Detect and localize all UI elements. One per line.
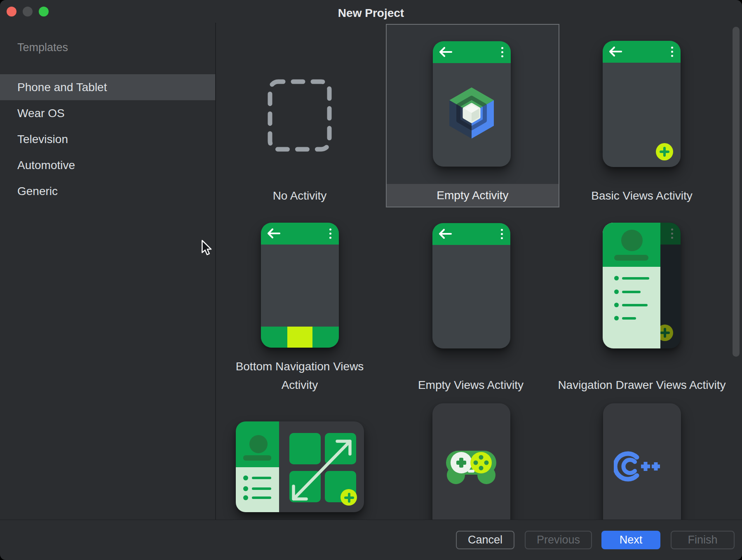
template-gallery: No Activity — [216, 23, 742, 520]
sidebar-item-wear-os[interactable]: Wear OS — [0, 100, 215, 126]
kebab-menu-icon — [671, 228, 673, 239]
fab-plus-icon — [340, 489, 357, 506]
kebab-menu-icon — [671, 47, 673, 57]
back-arrow-icon — [608, 46, 622, 57]
finish-button[interactable]: Finish — [671, 531, 735, 549]
mouse-cursor-icon — [201, 240, 212, 256]
template-label: No Activity — [234, 186, 366, 205]
kebab-menu-icon — [329, 228, 331, 239]
username-bar-icon — [243, 455, 271, 461]
back-arrow-icon — [438, 228, 452, 239]
sidebar-item-phone-and-tablet[interactable]: Phone and Tablet — [0, 74, 215, 100]
kebab-menu-icon — [501, 47, 503, 57]
template-label: Navigation Drawer Views Activity — [545, 376, 739, 394]
appbar — [603, 41, 681, 63]
cpp-logo-icon — [614, 447, 660, 485]
template-card-empty-activity[interactable]: Empty Activity — [386, 24, 559, 207]
new-project-dialog: New Project Templates Phone and Tablet W… — [0, 0, 742, 560]
kebab-menu-icon — [501, 229, 503, 239]
fab-plus-icon — [656, 143, 673, 160]
sidebar-item-television[interactable]: Television — [0, 126, 215, 152]
template-label: Bottom Navigation Views Activity — [225, 357, 374, 394]
plain-phone-icon — [432, 223, 510, 348]
jetpack-compose-logo-icon — [447, 85, 496, 141]
dashed-square-icon — [268, 79, 332, 152]
avatar-icon — [621, 230, 643, 251]
appbar — [432, 223, 510, 245]
nav-drawer-icon — [603, 223, 660, 348]
footer-divider — [0, 520, 742, 520]
jetpack-compose-phone-icon — [433, 41, 511, 167]
cpp-phone-icon — [603, 403, 681, 520]
avatar-icon — [249, 435, 268, 453]
username-bar-icon — [614, 255, 648, 261]
window-title: New Project — [0, 7, 742, 20]
bottom-nav-bar-icon — [261, 327, 339, 348]
vertical-scrollbar-thumb[interactable] — [733, 27, 740, 357]
fab-phone-icon — [603, 41, 681, 167]
back-arrow-icon — [267, 228, 281, 239]
next-button[interactable]: Next — [601, 531, 660, 549]
bottom-nav-phone-icon — [261, 223, 339, 348]
gamepad-icon — [445, 449, 498, 487]
template-label: Empty Activity — [387, 184, 559, 207]
screenshot-stage: New Project Templates Phone and Tablet W… — [0, 0, 742, 560]
sidebar-item-automotive[interactable]: Automotive — [0, 152, 215, 178]
template-label: Empty Views Activity — [397, 376, 545, 394]
templates-header: Templates — [17, 41, 68, 54]
gamepad-phone-icon — [432, 403, 510, 520]
sidebar-item-generic[interactable]: Generic — [0, 178, 215, 204]
template-category-list: Phone and Tablet Wear OS Television Auto… — [0, 74, 215, 204]
appbar — [433, 41, 511, 63]
appbar — [261, 223, 339, 245]
nav-drawer-phone-icon — [603, 223, 681, 348]
cancel-button[interactable]: Cancel — [456, 531, 514, 549]
titlebar: New Project — [0, 0, 742, 23]
template-label: Basic Views Activity — [576, 186, 708, 205]
primary-detail-tablet-icon — [236, 421, 364, 512]
previous-button[interactable]: Previous — [525, 531, 592, 549]
back-arrow-icon — [439, 47, 453, 57]
